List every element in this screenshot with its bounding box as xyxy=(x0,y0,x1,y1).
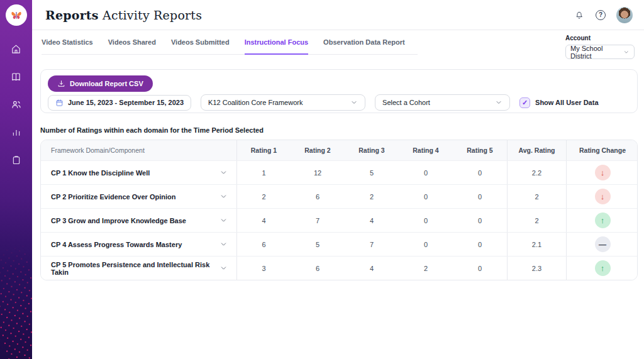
chevron-down-icon xyxy=(623,49,630,55)
col-header-avg-rating: Avg. Rating xyxy=(507,140,566,160)
clipboard-icon xyxy=(11,155,21,165)
rating-3-value: 7 xyxy=(345,233,399,256)
chevron-down-icon xyxy=(219,216,228,224)
rating-1-value: 3 xyxy=(236,257,291,280)
notifications-button[interactable] xyxy=(574,9,585,21)
table-row: CP 2 Prioritize Evidence Over Opinion 2 … xyxy=(41,184,637,208)
rating-5-value: 0 xyxy=(453,257,507,280)
rating-4-value: 0 xyxy=(399,185,453,208)
sidebar-item-assignments[interactable] xyxy=(11,154,22,165)
chevron-down-icon xyxy=(219,264,228,272)
chevron-down-icon xyxy=(219,168,228,177)
col-header-rating-3: Rating 3 xyxy=(345,140,399,160)
table-row: CP 5 Promotes Persistence and Intellectu… xyxy=(41,256,637,280)
avg-rating-value: 2.2 xyxy=(507,161,566,184)
sidebar-item-library[interactable] xyxy=(11,71,22,82)
users-icon xyxy=(11,99,22,110)
tab-instructional-focus[interactable]: Instructional Focus xyxy=(245,30,308,55)
main-content: Reports Activity Reports ? Video Statist… xyxy=(32,0,644,359)
rating-2-value: 6 xyxy=(291,185,345,208)
rating-3-value: 5 xyxy=(345,161,399,184)
sidebar-item-users[interactable] xyxy=(11,99,22,110)
home-icon xyxy=(11,44,21,55)
row-expand-chevron[interactable] xyxy=(219,168,228,177)
rating-1-value: 1 xyxy=(236,161,291,184)
rating-5-value: 0 xyxy=(453,209,507,232)
account-box: Account My School District xyxy=(565,35,635,59)
row-expand-chevron[interactable] xyxy=(219,192,228,201)
date-range-value: June 15, 2023 - September 15, 2023 xyxy=(68,99,184,106)
row-expand-chevron[interactable] xyxy=(219,216,228,224)
domain-label: CP 1 Know the Discipline Well xyxy=(51,169,150,177)
chevron-down-icon xyxy=(350,99,358,106)
tab-video-statistics[interactable]: Video Statistics xyxy=(42,30,93,55)
user-avatar[interactable] xyxy=(616,7,633,23)
page-title: Reports Activity Reports xyxy=(45,8,202,22)
account-select[interactable]: My School District xyxy=(565,45,635,59)
sidebar-item-reports[interactable] xyxy=(11,126,22,138)
avg-rating-value: 2 xyxy=(507,209,566,232)
framework-select[interactable]: K12 Coalition Core Framework xyxy=(201,94,365,111)
download-report-csv-button[interactable]: Download Report CSV xyxy=(48,75,153,92)
table-row: CP 1 Know the Discipline Well 1 12 5 0 0… xyxy=(41,160,637,184)
tab-observation-data-report[interactable]: Observation Data Report xyxy=(323,30,405,55)
page-title-section: Reports xyxy=(45,8,99,22)
rating-change-badge: ↓ xyxy=(595,189,611,204)
rating-4-value: 2 xyxy=(399,257,453,280)
sidebar-item-home[interactable] xyxy=(11,43,22,55)
col-header-rating-5: Rating 5 xyxy=(453,140,507,160)
rating-5-value: 0 xyxy=(453,233,507,256)
rating-change-badge: ↓ xyxy=(595,165,611,180)
date-range-picker[interactable]: June 15, 2023 - September 15, 2023 xyxy=(48,95,191,111)
col-header-rating-change: Rating Change xyxy=(566,140,638,160)
app-logo[interactable] xyxy=(6,4,27,26)
bell-icon xyxy=(574,10,584,20)
rating-change-badge: ↑ xyxy=(595,260,611,276)
show-all-checkbox[interactable]: ✓ xyxy=(519,97,530,108)
rating-1-value: 4 xyxy=(236,209,291,232)
tab-videos-submitted[interactable]: Videos Submitted xyxy=(171,30,230,55)
rating-3-value: 2 xyxy=(345,185,399,208)
col-header-rating-1: Rating 1 xyxy=(236,140,291,160)
butterfly-icon xyxy=(10,9,23,21)
page-title-sub: Activity Reports xyxy=(99,8,202,22)
table-header-row: Framework Domain/Component Rating 1 Rati… xyxy=(41,140,637,160)
rating-2-value: 5 xyxy=(291,233,345,256)
chevron-down-icon xyxy=(495,99,502,106)
checkmark-icon: ✓ xyxy=(522,99,528,106)
rating-3-value: 4 xyxy=(345,257,399,280)
row-expand-chevron[interactable] xyxy=(219,240,228,248)
rating-5-value: 0 xyxy=(453,161,507,184)
help-button[interactable]: ? xyxy=(596,10,606,20)
rating-change-badge: — xyxy=(595,236,611,252)
domain-label: CP 3 Grow and Improve Knowledge Base xyxy=(51,217,186,224)
chevron-down-icon xyxy=(219,192,228,201)
download-icon xyxy=(57,80,65,88)
download-button-label: Download Report CSV xyxy=(70,80,143,87)
sidebar xyxy=(0,0,32,359)
filter-controls: June 15, 2023 - September 15, 2023 K12 C… xyxy=(48,94,630,111)
rating-4-value: 0 xyxy=(399,233,453,256)
col-header-domain: Framework Domain/Component xyxy=(41,140,236,160)
cohort-placeholder: Select a Cohort xyxy=(382,99,430,106)
question-icon: ? xyxy=(599,11,602,18)
show-all-user-data-toggle[interactable]: ✓ Show All User Data xyxy=(519,97,598,108)
rating-2-value: 6 xyxy=(291,257,345,280)
table-row: CP 3 Grow and Improve Knowledge Base 4 7… xyxy=(41,208,637,232)
sidebar-nav xyxy=(11,43,22,165)
row-expand-chevron[interactable] xyxy=(219,264,228,272)
report-tabs: Video Statistics Videos Shared Videos Su… xyxy=(42,30,418,55)
account-selected-value: My School District xyxy=(570,45,623,60)
table-row: CP 4 Assess Progress Towards Mastery 6 5… xyxy=(41,232,637,256)
show-all-checkbox-label: Show All User Data xyxy=(535,99,598,106)
avg-rating-value: 2.1 xyxy=(507,233,566,256)
calendar-icon xyxy=(55,99,64,107)
section-title: Number of Ratings within each domain for… xyxy=(40,126,644,134)
rating-change-badge: ↑ xyxy=(595,213,611,228)
avg-rating-value: 2.3 xyxy=(507,257,566,280)
rating-2-value: 12 xyxy=(291,161,345,184)
framework-selected-value: K12 Coalition Core Framework xyxy=(208,99,303,106)
tab-videos-shared[interactable]: Videos Shared xyxy=(108,30,156,55)
tabs-row: Video Statistics Videos Shared Videos Su… xyxy=(32,30,644,55)
cohort-select[interactable]: Select a Cohort xyxy=(375,94,510,111)
